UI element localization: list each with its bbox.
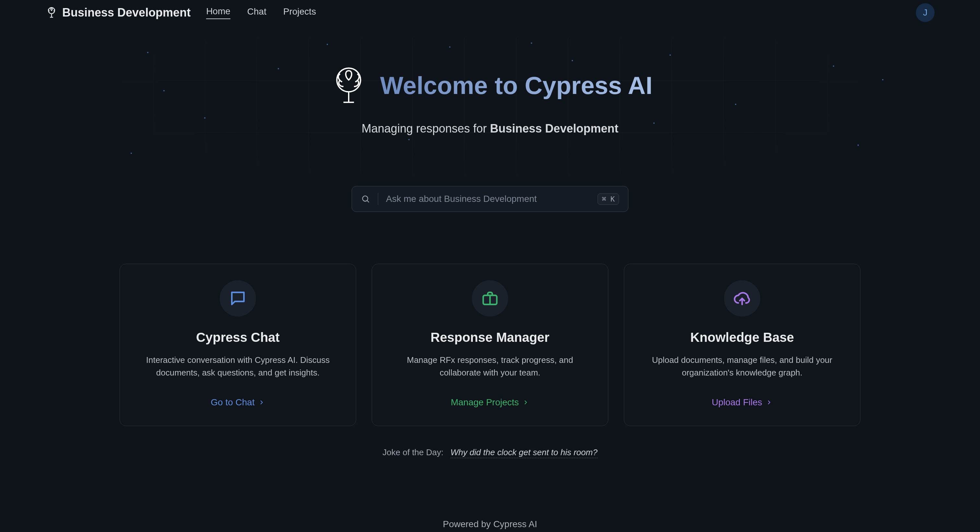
card-desc: Upload documents, manage files, and buil…	[640, 354, 844, 379]
briefcase-icon	[472, 280, 508, 316]
search-bar[interactable]: ⌘ K	[352, 186, 628, 212]
main-nav: Home Chat Projects	[206, 6, 316, 19]
search-icon	[361, 194, 370, 203]
joke-setup[interactable]: Why did the clock get sent to his room?	[450, 448, 598, 458]
brand-tree-icon	[45, 6, 58, 19]
hero-subtitle: Managing responses for Business Developm…	[82, 122, 898, 135]
search-shortcut: ⌘ K	[598, 194, 619, 205]
chevron-right-icon	[522, 399, 529, 406]
header-bar: Business Development Home Chat Projects …	[0, 0, 980, 25]
card-response-manager: Response Manager Manage RFx responses, t…	[372, 264, 608, 426]
card-title: Cypress Chat	[136, 330, 340, 345]
nav-home[interactable]: Home	[206, 6, 231, 19]
hero-title: Welcome to Cypress AI	[380, 71, 653, 100]
card-link-label: Upload Files	[712, 397, 762, 408]
card-link-label: Manage Projects	[451, 397, 519, 408]
card-link-label: Go to Chat	[211, 397, 255, 408]
search-input[interactable]	[386, 194, 590, 204]
card-title: Knowledge Base	[640, 330, 844, 345]
go-to-chat-link[interactable]: Go to Chat	[211, 397, 265, 408]
chevron-right-icon	[258, 399, 265, 406]
brand-name: Business Development	[62, 6, 191, 19]
manage-projects-link[interactable]: Manage Projects	[451, 397, 529, 408]
svg-point-2	[363, 196, 368, 201]
message-square-icon	[220, 280, 256, 316]
hero-subtitle-prefix: Managing responses for	[362, 122, 490, 135]
hero-subtitle-org: Business Development	[490, 122, 618, 135]
brand[interactable]: Business Development	[45, 6, 191, 19]
card-knowledge-base: Knowledge Base Upload documents, manage …	[624, 264, 861, 426]
upload-files-link[interactable]: Upload Files	[712, 397, 773, 408]
hero-section: Welcome to Cypress AI Managing responses…	[82, 38, 898, 174]
cloud-upload-icon	[724, 280, 760, 316]
card-desc: Manage RFx responses, track progress, an…	[388, 354, 592, 379]
footer-text: Powered by Cypress AI	[0, 519, 980, 529]
hero-tree-icon	[328, 64, 370, 106]
joke-of-the-day: Joke of the Day: Why did the clock get s…	[0, 448, 980, 457]
chevron-right-icon	[765, 399, 773, 406]
search-wrap: ⌘ K	[352, 186, 628, 212]
avatar[interactable]: J	[916, 3, 935, 22]
search-divider	[378, 193, 378, 205]
card-desc: Interactive conversation with Cypress AI…	[136, 354, 340, 379]
feature-cards: Cypress Chat Interactive conversation wi…	[0, 264, 980, 426]
nav-chat[interactable]: Chat	[247, 6, 266, 19]
joke-label: Joke of the Day:	[382, 448, 443, 457]
header-left: Business Development Home Chat Projects	[45, 6, 316, 19]
card-title: Response Manager	[388, 330, 592, 345]
nav-projects[interactable]: Projects	[283, 6, 316, 19]
card-cypress-chat: Cypress Chat Interactive conversation wi…	[119, 264, 356, 426]
